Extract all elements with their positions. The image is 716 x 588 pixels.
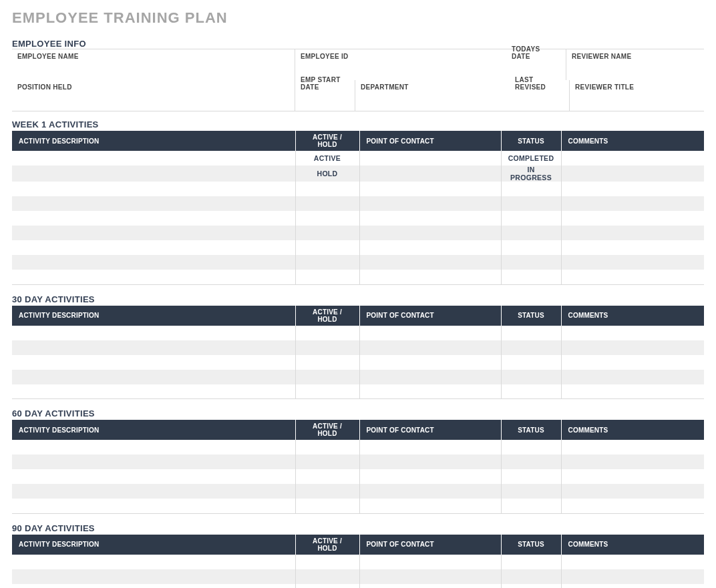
value-last-revised[interactable] [515, 91, 564, 111]
cell-point-of-contact[interactable] [359, 340, 501, 355]
cell-point-of-contact[interactable] [359, 499, 501, 513]
cell-status[interactable] [501, 499, 561, 513]
cell-point-of-contact[interactable] [359, 555, 501, 569]
cell-comments[interactable] [561, 255, 704, 270]
cell-status[interactable] [501, 469, 561, 484]
cell-status[interactable] [501, 196, 561, 211]
cell-status[interactable]: COMPLETED [501, 151, 561, 166]
cell-activity-description[interactable] [12, 355, 295, 370]
cell-active-hold[interactable] [295, 370, 359, 384]
cell-status[interactable] [501, 569, 561, 584]
cell-point-of-contact[interactable] [359, 240, 501, 255]
cell-active-hold[interactable] [295, 196, 359, 211]
cell-active-hold[interactable] [295, 240, 359, 255]
cell-activity-description[interactable] [12, 166, 295, 182]
cell-comments[interactable] [561, 226, 704, 240]
cell-activity-description[interactable] [12, 340, 295, 355]
cell-status[interactable] [501, 226, 561, 240]
cell-active-hold[interactable] [295, 384, 359, 399]
cell-comments[interactable] [561, 555, 704, 569]
cell-point-of-contact[interactable] [359, 326, 501, 340]
cell-activity-description[interactable] [12, 569, 295, 584]
cell-comments[interactable] [561, 569, 704, 584]
cell-activity-description[interactable] [12, 226, 295, 240]
cell-activity-description[interactable] [12, 469, 295, 484]
cell-comments[interactable] [561, 196, 704, 211]
cell-point-of-contact[interactable] [359, 211, 501, 226]
cell-point-of-contact[interactable] [359, 151, 501, 166]
cell-point-of-contact[interactable] [359, 455, 501, 469]
cell-point-of-contact[interactable] [359, 384, 501, 399]
cell-comments[interactable] [561, 384, 704, 399]
cell-point-of-contact[interactable] [359, 569, 501, 584]
cell-active-hold[interactable] [295, 440, 359, 455]
cell-comments[interactable] [561, 469, 704, 484]
cell-comments[interactable] [561, 151, 704, 166]
cell-point-of-contact[interactable] [359, 182, 501, 196]
cell-active-hold[interactable] [295, 555, 359, 569]
cell-activity-description[interactable] [12, 555, 295, 569]
cell-comments[interactable] [561, 270, 704, 284]
cell-status[interactable] [501, 555, 561, 569]
cell-status[interactable] [501, 270, 561, 284]
cell-comments[interactable] [561, 240, 704, 255]
cell-active-hold[interactable]: HOLD [295, 166, 359, 182]
cell-activity-description[interactable] [12, 270, 295, 284]
cell-point-of-contact[interactable] [359, 196, 501, 211]
cell-status[interactable] [501, 255, 561, 270]
cell-active-hold[interactable] [295, 340, 359, 355]
cell-activity-description[interactable] [12, 440, 295, 455]
cell-comments[interactable] [561, 455, 704, 469]
cell-activity-description[interactable] [12, 151, 295, 166]
cell-activity-description[interactable] [12, 455, 295, 469]
cell-active-hold[interactable] [295, 255, 359, 270]
cell-point-of-contact[interactable] [359, 166, 501, 182]
cell-point-of-contact[interactable] [359, 484, 501, 499]
cell-point-of-contact[interactable] [359, 355, 501, 370]
cell-comments[interactable] [561, 440, 704, 455]
cell-status[interactable] [501, 455, 561, 469]
cell-status[interactable]: IN PROGRESS [501, 166, 561, 182]
cell-comments[interactable] [561, 182, 704, 196]
cell-activity-description[interactable] [12, 196, 295, 211]
cell-activity-description[interactable] [12, 240, 295, 255]
cell-comments[interactable] [561, 166, 704, 182]
cell-status[interactable] [501, 340, 561, 355]
cell-activity-description[interactable] [12, 499, 295, 513]
cell-active-hold[interactable] [295, 484, 359, 499]
cell-activity-description[interactable] [12, 182, 295, 196]
value-department[interactable] [361, 91, 492, 111]
cell-active-hold[interactable] [295, 455, 359, 469]
value-emp-start-date[interactable] [301, 91, 349, 111]
cell-status[interactable] [501, 484, 561, 499]
cell-point-of-contact[interactable] [359, 584, 501, 589]
cell-status[interactable] [501, 182, 561, 196]
cell-comments[interactable] [561, 484, 704, 499]
cell-activity-description[interactable] [12, 255, 295, 270]
cell-comments[interactable] [561, 355, 704, 370]
cell-activity-description[interactable] [12, 384, 295, 399]
cell-activity-description[interactable] [12, 326, 295, 340]
cell-active-hold[interactable] [295, 499, 359, 513]
cell-point-of-contact[interactable] [359, 440, 501, 455]
cell-status[interactable] [501, 240, 561, 255]
cell-status[interactable] [501, 584, 561, 589]
cell-status[interactable] [501, 326, 561, 340]
cell-active-hold[interactable] [295, 182, 359, 196]
cell-status[interactable] [501, 370, 561, 384]
cell-activity-description[interactable] [12, 211, 295, 226]
cell-active-hold[interactable] [295, 569, 359, 584]
cell-active-hold[interactable] [295, 584, 359, 589]
cell-active-hold[interactable] [295, 226, 359, 240]
cell-point-of-contact[interactable] [359, 370, 501, 384]
cell-comments[interactable] [561, 340, 704, 355]
cell-comments[interactable] [561, 584, 704, 589]
cell-status[interactable] [501, 384, 561, 399]
cell-status[interactable] [501, 440, 561, 455]
cell-status[interactable] [501, 211, 561, 226]
cell-active-hold[interactable] [295, 326, 359, 340]
cell-point-of-contact[interactable] [359, 469, 501, 484]
cell-comments[interactable] [561, 326, 704, 340]
cell-activity-description[interactable] [12, 584, 295, 589]
cell-point-of-contact[interactable] [359, 226, 501, 240]
